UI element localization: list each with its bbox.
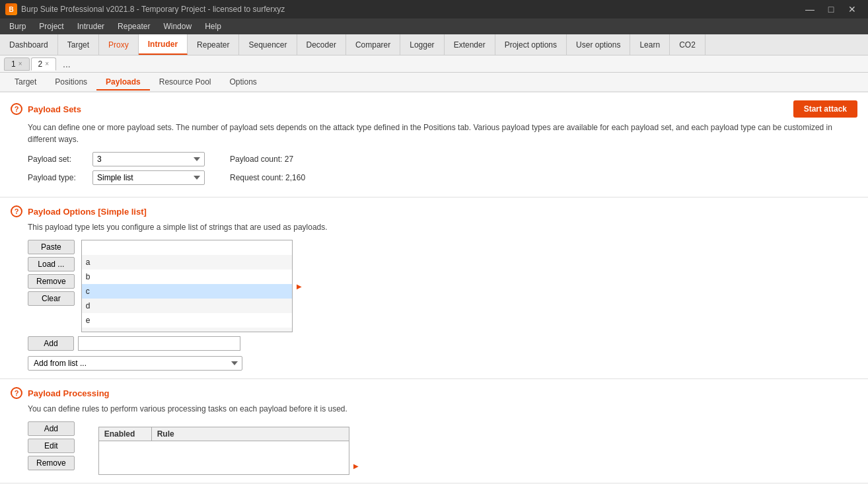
- titlebar: B Burp Suite Professional v2021.8 - Temp…: [0, 0, 868, 18]
- remove-button[interactable]: Remove: [28, 274, 75, 289]
- tab-comparer[interactable]: Comparer: [346, 34, 400, 55]
- payload-set-row: Payload set: 1 2 3 4 Payload count: 27: [28, 152, 857, 166]
- list-item[interactable]: b: [82, 269, 292, 284]
- payload-list-buttons: Paste Load ... Remove Clear: [28, 240, 75, 332]
- payload-processing-section: ? Payload Processing You can define rule…: [0, 379, 868, 484]
- tab-positions-section[interactable]: Positions: [46, 75, 96, 90]
- window-title: Burp Suite Professional v2021.8 - Tempor…: [21, 5, 799, 14]
- proc-col-rule: Rule: [152, 427, 349, 441]
- menu-window[interactable]: Window: [157, 20, 198, 32]
- payload-type-label: Payload type:: [28, 173, 87, 182]
- close-button[interactable]: ✕: [842, 0, 863, 18]
- tab-extender[interactable]: Extender: [445, 34, 495, 55]
- payload-set-select[interactable]: 1 2 3 4: [92, 152, 205, 166]
- processing-table: Enabled Rule: [98, 427, 349, 475]
- subtab-2[interactable]: 2 ×: [31, 57, 57, 71]
- payload-options-title: Payload Options [Simple list]: [28, 207, 147, 217]
- payload-sets-title: Payload Sets: [28, 104, 81, 114]
- payload-processing-body: Add Edit Remove Enabled Rule ▶: [28, 421, 857, 475]
- add-from-list-select[interactable]: Add from list ...: [28, 356, 242, 371]
- add-row: Add: [28, 336, 857, 351]
- subtab-ellipsis[interactable]: ...: [57, 57, 76, 71]
- list-item[interactable]: [82, 240, 292, 255]
- payload-sets-description: You can define one or more payload sets.…: [28, 122, 857, 145]
- proc-edit-button[interactable]: Edit: [28, 439, 75, 453]
- menu-burp[interactable]: Burp: [3, 20, 32, 32]
- menu-repeater[interactable]: Repeater: [111, 20, 157, 32]
- subtabs-row: 1 × 2 × ...: [0, 55, 868, 73]
- subtab-1-label: 1: [11, 59, 16, 69]
- menu-intruder[interactable]: Intruder: [71, 20, 111, 32]
- tab-user-options[interactable]: User options: [567, 34, 630, 55]
- processing-table-container: Enabled Rule ▶: [81, 421, 349, 475]
- add-from-list-row: Add from list ...: [11, 353, 857, 371]
- payload-sets-help-icon[interactable]: ?: [11, 103, 22, 115]
- tab-repeater[interactable]: Repeater: [188, 34, 239, 55]
- menu-project[interactable]: Project: [32, 20, 70, 32]
- tab-co2[interactable]: CO2: [670, 34, 705, 55]
- tab-project-options[interactable]: Project options: [495, 34, 567, 55]
- tab-proxy[interactable]: Proxy: [99, 34, 139, 55]
- restore-button[interactable]: □: [820, 0, 842, 18]
- processing-buttons: Add Edit Remove: [28, 421, 75, 475]
- payload-type-row: Payload type: Simple list Runtime file C…: [28, 170, 857, 185]
- processing-table-header: Enabled Rule: [99, 427, 349, 441]
- payload-sets-section: ? Payload Sets Start attack You can defi…: [0, 92, 868, 197]
- payload-options-help-icon[interactable]: ?: [11, 205, 22, 217]
- payload-type-select[interactable]: Simple list Runtime file Custom iterator…: [92, 170, 205, 185]
- proc-col-enabled: Enabled: [99, 427, 152, 441]
- payload-processing-help-icon[interactable]: ?: [11, 387, 22, 399]
- list-item[interactable]: e: [82, 313, 292, 328]
- add-input[interactable]: [78, 336, 240, 351]
- request-count: Request count: 2,160: [230, 173, 305, 182]
- clear-button[interactable]: Clear: [28, 291, 75, 306]
- subtab-1-close[interactable]: ×: [18, 60, 22, 67]
- payload-options-section: ? Payload Options [Simple list] This pay…: [0, 197, 868, 379]
- list-item[interactable]: c: [82, 284, 292, 299]
- tab-target-section[interactable]: Target: [5, 75, 46, 90]
- list-item[interactable]: d: [82, 299, 292, 313]
- subtab-2-label: 2: [38, 59, 43, 69]
- payload-options-body: Paste Load ... Remove Clear a b c d e f …: [28, 240, 857, 332]
- proc-scroll-indicator: ▶: [353, 462, 359, 470]
- tab-dashboard[interactable]: Dashboard: [0, 34, 58, 55]
- load-button[interactable]: Load ...: [28, 257, 75, 271]
- payload-processing-description: You can define rules to perform various …: [28, 403, 857, 415]
- main-content: ? Payload Sets Start attack You can defi…: [0, 92, 868, 502]
- scroll-right-indicator: ▶: [297, 283, 302, 290]
- menu-help[interactable]: Help: [198, 20, 228, 32]
- add-button[interactable]: Add: [28, 336, 74, 351]
- window-controls: — □ ✕: [799, 0, 863, 18]
- top-navigation: Dashboard Target Proxy Intruder Repeater…: [0, 34, 868, 55]
- payload-count: Payload count: 27: [230, 155, 293, 164]
- payload-sets-header: ? Payload Sets Start attack: [11, 100, 857, 118]
- processing-table-body: [99, 441, 349, 474]
- tab-sequencer[interactable]: Sequencer: [239, 34, 297, 55]
- payload-options-header: ? Payload Options [Simple list]: [11, 205, 857, 217]
- tab-logger[interactable]: Logger: [400, 34, 444, 55]
- tab-intruder[interactable]: Intruder: [139, 34, 188, 55]
- payload-set-label: Payload set:: [28, 155, 87, 164]
- payload-processing-title: Payload Processing: [28, 388, 110, 398]
- minimize-button[interactable]: —: [799, 0, 820, 18]
- proc-remove-button[interactable]: Remove: [28, 456, 75, 470]
- payload-options-description: This payload type lets you configure a s…: [28, 221, 857, 233]
- menubar: Burp Project Intruder Repeater Window He…: [0, 18, 868, 34]
- tab-learn[interactable]: Learn: [630, 34, 670, 55]
- tab-decoder[interactable]: Decoder: [297, 34, 346, 55]
- payload-processing-header: ? Payload Processing: [11, 387, 857, 399]
- tab-resource-pool-section[interactable]: Resource Pool: [150, 75, 221, 90]
- list-item[interactable]: a: [82, 255, 292, 269]
- subtab-2-close[interactable]: ×: [45, 60, 49, 67]
- start-attack-button[interactable]: Start attack: [793, 100, 857, 118]
- tab-options-section[interactable]: Options: [220, 75, 266, 90]
- proc-add-button[interactable]: Add: [28, 421, 75, 436]
- tab-target[interactable]: Target: [58, 34, 99, 55]
- payload-list[interactable]: a b c d e f: [81, 240, 293, 332]
- list-item[interactable]: f: [82, 328, 292, 332]
- subtab-1[interactable]: 1 ×: [4, 57, 30, 71]
- list-container: a b c d e f ▶: [81, 240, 293, 332]
- paste-button[interactable]: Paste: [28, 240, 75, 254]
- tab-payloads-section[interactable]: Payloads: [96, 75, 150, 90]
- burp-logo-icon: B: [5, 3, 17, 15]
